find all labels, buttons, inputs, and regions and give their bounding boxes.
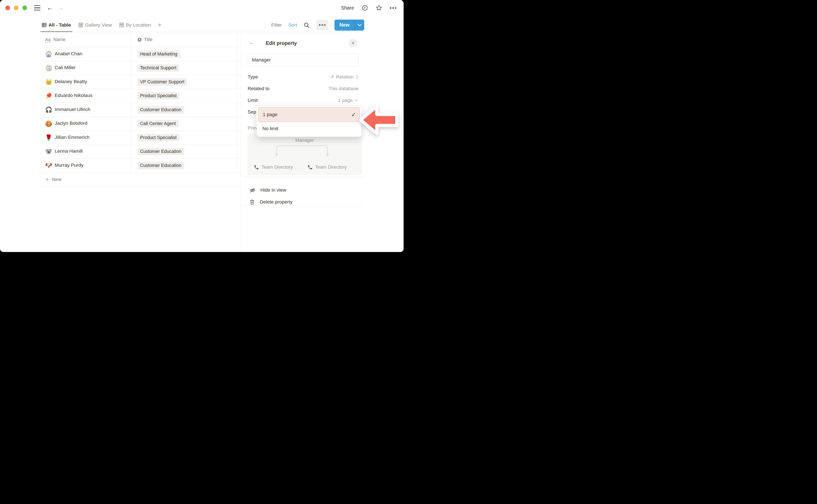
forward-arrow-icon[interactable]: →: [57, 3, 64, 12]
board-icon: [119, 23, 124, 27]
tab-label: All - Table: [48, 22, 71, 28]
table-row[interactable]: 🏓Eduardo Nikolaus Product Specialist: [40, 89, 241, 103]
table-row[interactable]: 🎧Immanuel Ullrich Customer Education: [40, 103, 241, 117]
back-arrow-icon[interactable]: ←: [47, 3, 53, 12]
column-header-title[interactable]: Title: [131, 32, 237, 47]
title-tag[interactable]: Head of Marketing: [137, 50, 180, 58]
table-row[interactable]: 🍪Jaclyn Botsford Call Center Agent: [40, 117, 241, 131]
dropdown-option-1-page[interactable]: 1 page ✓: [258, 107, 360, 122]
table-row[interactable]: 🐨Lenna Hamill Customer Education: [40, 145, 241, 159]
limit-dropdown-menu: 1 page ✓ No limit: [256, 106, 361, 137]
page-name-link[interactable]: Jillian Emmerich: [55, 135, 90, 141]
title-tag[interactable]: Product Specialist: [137, 92, 179, 100]
table-row[interactable]: 🏐Cali Miller Technical Support: [40, 61, 241, 75]
text-type-icon: Aa: [45, 37, 51, 42]
tab-label: By Location: [126, 22, 151, 28]
panel-title: Edit property: [266, 40, 297, 46]
page-name-link[interactable]: Immanuel Ullrich: [55, 107, 90, 113]
property-row-related-to[interactable]: Related to This database: [248, 83, 358, 94]
page-emoji: 🐶: [45, 162, 52, 169]
property-label: Type: [248, 74, 258, 80]
title-tag[interactable]: Product Specialist: [137, 134, 179, 141]
clock-icon[interactable]: [362, 5, 368, 11]
new-row-button[interactable]: + New: [40, 173, 241, 187]
chevron-down-icon: [355, 99, 358, 102]
page-emoji: 🌹: [45, 134, 52, 141]
star-icon[interactable]: [376, 5, 382, 11]
phone-icon: [307, 165, 313, 170]
search-icon[interactable]: [303, 22, 310, 28]
more-options-icon[interactable]: [390, 7, 396, 9]
title-tag[interactable]: Customer Education: [137, 148, 184, 155]
chevron-down-icon[interactable]: [355, 20, 364, 31]
tab-label: Gallery View: [85, 22, 112, 28]
sort-button[interactable]: Sort: [288, 22, 297, 28]
preview-section-label: Prev: [248, 125, 257, 131]
app-window: ← → Share All - Table Gallery View: [0, 0, 403, 252]
ellipsis-icon: [319, 24, 325, 26]
phone-icon: [254, 165, 259, 170]
preview-child-label: Team Directory: [261, 164, 293, 170]
page-emoji: 🎧: [45, 106, 52, 113]
panel-divider: [243, 177, 363, 177]
add-view-plus-icon[interactable]: +: [157, 21, 162, 29]
table-row[interactable]: 🌹Jillian Emmerich Product Specialist: [40, 131, 241, 145]
view-options-button[interactable]: [316, 20, 328, 30]
page-emoji: 🐨: [45, 148, 52, 155]
tab-all-table[interactable]: All - Table: [40, 18, 72, 32]
property-row-limit[interactable]: Limit 1 page: [248, 94, 358, 106]
table-row[interactable]: 🐶Murray Purdy Customer Education: [40, 159, 241, 173]
title-tag[interactable]: Call Center Agent: [137, 120, 179, 127]
share-button[interactable]: Share: [341, 5, 354, 11]
page-emoji: 🏐: [45, 65, 52, 71]
close-icon[interactable]: ×: [349, 39, 357, 47]
new-button-label[interactable]: New: [334, 20, 354, 31]
column-label: Name: [53, 37, 66, 42]
page-name-link[interactable]: Anabel Chan: [55, 51, 82, 57]
title-tag[interactable]: Customer Education: [137, 106, 184, 114]
property-label: Limit: [248, 98, 258, 103]
new-button[interactable]: New: [334, 20, 364, 31]
gallery-icon: [78, 23, 83, 27]
traffic-light-minimize[interactable]: [14, 6, 19, 10]
tab-gallery-view[interactable]: Gallery View: [77, 18, 113, 32]
title-tag[interactable]: VP Customer Support: [137, 78, 187, 86]
chevron-right-icon: [355, 75, 358, 79]
hide-in-view-button[interactable]: Hide in view: [249, 185, 286, 196]
eye-off-icon: [249, 187, 256, 194]
traffic-light-close[interactable]: [5, 6, 10, 10]
page-emoji: 🏓: [45, 93, 52, 99]
edit-property-panel: ← Edit property × Type ↗ Relation Relate…: [241, 32, 403, 252]
property-label: Sep: [248, 109, 256, 115]
sidebar-menu-icon[interactable]: [34, 5, 40, 10]
delete-property-button[interactable]: Delete property: [249, 196, 292, 208]
page-name-link[interactable]: Delaney Beatty: [55, 79, 87, 85]
column-header-name[interactable]: Aa Name: [40, 32, 131, 47]
page-emoji: 🎡: [45, 51, 52, 57]
panel-back-arrow-icon[interactable]: ←: [248, 38, 255, 46]
property-name-input[interactable]: [246, 53, 358, 67]
title-tag[interactable]: Customer Education: [137, 162, 184, 169]
option-label: 1 page: [263, 112, 277, 117]
relation-bracket-arrows: [275, 144, 329, 158]
new-row-label: New: [52, 177, 61, 182]
table-row[interactable]: 👑Delaney Beatty VP Customer Support: [40, 75, 241, 89]
page-name-link[interactable]: Cali Miller: [55, 65, 76, 71]
page-emoji: 🍪: [45, 120, 52, 127]
preview-child-item: Team Directory: [254, 164, 293, 170]
dropdown-option-no-limit[interactable]: No limit: [258, 122, 360, 135]
table-row[interactable]: 🎡Anabel Chan Head of Marketing: [40, 47, 241, 61]
tab-by-location[interactable]: By Location: [118, 18, 152, 32]
relation-preview-card: Manager Team Directory Team Directory: [248, 134, 361, 175]
page-name-link[interactable]: Jaclyn Botsford: [55, 121, 87, 127]
preview-root-label: Manager: [248, 138, 361, 143]
page-name-link[interactable]: Lenna Hamill: [55, 148, 83, 155]
title-tag[interactable]: Technical Support: [137, 64, 179, 72]
page-name-link[interactable]: Eduardo Nikolaus: [55, 93, 93, 99]
database-toolbar: Filter Sort New: [271, 18, 364, 32]
filter-button[interactable]: Filter: [271, 22, 282, 28]
property-label: Related to: [248, 86, 269, 91]
traffic-light-zoom[interactable]: [22, 6, 27, 10]
page-name-link[interactable]: Murray Purdy: [55, 162, 83, 169]
property-row-type[interactable]: Type ↗ Relation: [248, 71, 358, 83]
